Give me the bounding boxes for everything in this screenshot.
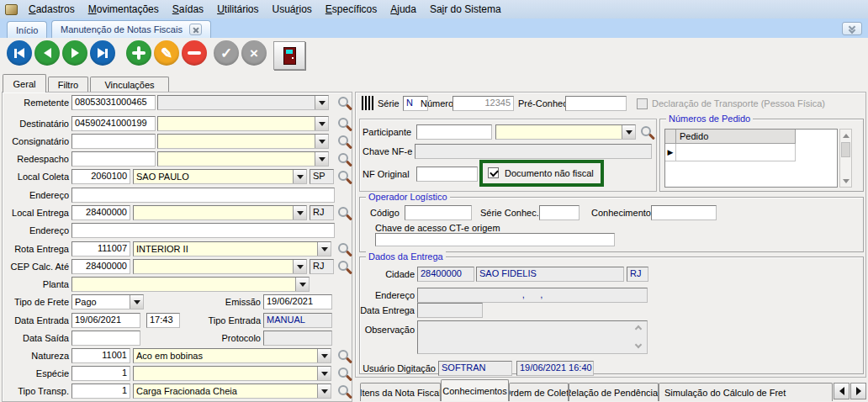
cancel-button[interactable]: × [241, 40, 267, 66]
delete-record-button[interactable] [182, 40, 207, 66]
nf-original-field[interactable] [416, 167, 478, 182]
pedidos-grid-header[interactable]: Pedido [676, 130, 796, 144]
consignatario-code-field[interactable] [71, 134, 156, 149]
dropdown-arrow-icon[interactable] [293, 260, 306, 273]
menu-utilitarios[interactable]: Utilitários [210, 3, 265, 16]
dropdown-arrow-icon[interactable] [293, 206, 306, 220]
tab-scroll-right-button[interactable] [850, 383, 866, 399]
dropdown-arrow-icon[interactable] [622, 125, 635, 139]
destinatario-combo[interactable] [157, 116, 329, 131]
local-entrega-code-field[interactable]: 28400000 [71, 205, 130, 220]
menu-saidas[interactable]: Saídas [166, 3, 210, 16]
exit-button[interactable] [273, 41, 305, 70]
menu-usuarios[interactable]: Usuários [265, 3, 318, 16]
edit-record-button[interactable]: ✎ [154, 40, 179, 66]
natureza-combo[interactable]: Aco em bobinas [133, 348, 331, 363]
scrollbar-thumb[interactable] [841, 142, 850, 157]
dropdown-arrow-icon[interactable] [317, 384, 331, 398]
search-icon[interactable] [338, 118, 348, 128]
scroll-down-icon[interactable] [840, 175, 851, 187]
menu-ajuda[interactable]: Ajuda [384, 3, 423, 16]
search-icon[interactable] [338, 97, 348, 107]
remetente-code-field[interactable]: 08053031000465 [71, 95, 156, 110]
search-icon[interactable] [338, 385, 348, 395]
tab-filtro[interactable]: Filtro [48, 77, 88, 92]
pedidos-scrollbar[interactable] [839, 129, 852, 188]
especie-combo[interactable] [133, 366, 331, 381]
search-icon[interactable] [338, 368, 348, 378]
dropdown-arrow-icon[interactable] [317, 242, 331, 256]
codigo-field[interactable] [405, 205, 472, 220]
menu-movimentacoes[interactable]: Movimentações [82, 3, 166, 16]
conhecimento-field[interactable] [651, 205, 717, 220]
numero-field[interactable]: 12345 [453, 96, 514, 111]
emissao-field[interactable]: 19/06/2021 [263, 294, 332, 309]
endereco-coleta-field[interactable] [71, 188, 335, 203]
tipo-transp-combo[interactable]: Carga Fracionada Cheia [133, 383, 331, 399]
remetente-combo[interactable] [157, 95, 329, 110]
tab-list-dropdown-button[interactable] [842, 22, 862, 35]
tab-ordem-coleta[interactable]: Ordem de Coleta [509, 383, 569, 401]
tab-manutencao-notas-fiscais[interactable]: Manutenção de Notas Fiscais [51, 20, 211, 38]
menu-especificos[interactable]: Específicos [319, 3, 384, 16]
documento-nao-fiscal-checkbox[interactable] [488, 167, 499, 178]
especie-code-field[interactable]: 1 [71, 366, 130, 381]
confirm-button[interactable]: ✓ [214, 40, 239, 66]
participante-code-field[interactable] [416, 124, 492, 140]
rota-entrega-combo[interactable]: INTERIOR II [133, 241, 331, 257]
rota-entrega-code-field[interactable]: 111007 [71, 241, 130, 257]
search-icon[interactable] [338, 243, 348, 253]
last-record-button[interactable] [90, 40, 115, 66]
data-saida-field[interactable] [71, 331, 140, 346]
dropdown-arrow-icon[interactable] [295, 278, 309, 291]
tipo-frete-combo[interactable]: Pago [71, 294, 144, 309]
close-tab-icon[interactable] [189, 24, 202, 35]
tab-relacao-pendencias[interactable]: Relação de Pendências [569, 383, 659, 401]
dropdown-arrow-icon[interactable] [317, 367, 331, 380]
participante-combo[interactable] [495, 124, 636, 140]
search-icon[interactable] [338, 261, 348, 271]
scroll-up-icon[interactable] [840, 130, 851, 141]
destinatario-code-field[interactable]: 04590241000199 [71, 116, 156, 131]
pre-conhec-field[interactable] [565, 96, 627, 111]
tipo-transp-code-field[interactable]: 1 [71, 383, 130, 399]
tab-conhecimentos[interactable]: Conhecimentos [441, 379, 509, 401]
tab-simulacao-calculo-frete[interactable]: Simulação do Cálculo de Fret [659, 383, 833, 401]
add-record-button[interactable] [126, 40, 151, 66]
search-icon[interactable] [641, 126, 651, 136]
previous-record-button[interactable] [34, 40, 60, 66]
serie-conhec-field[interactable] [539, 205, 580, 220]
search-icon[interactable] [338, 350, 348, 360]
tab-vinculacoes[interactable]: Vinculações [90, 77, 169, 92]
consignatario-combo[interactable] [157, 134, 329, 149]
dropdown-arrow-icon[interactable] [315, 152, 328, 166]
dropdown-arrow-icon[interactable] [315, 96, 328, 109]
dropdown-arrow-icon[interactable] [315, 135, 328, 148]
dropdown-arrow-icon[interactable] [317, 349, 331, 362]
dropdown-arrow-icon[interactable] [315, 117, 328, 130]
redespacho-code-field[interactable] [71, 151, 156, 167]
search-icon[interactable] [338, 135, 348, 145]
menu-sair-do-sistema[interactable]: Sair do Sistema [423, 3, 508, 16]
data-entrada-date-field[interactable]: 19/06/2021 [71, 313, 140, 328]
cep-calc-ate-combo[interactable] [133, 259, 307, 274]
tab-geral[interactable]: Geral [3, 74, 46, 93]
pedidos-grid[interactable]: Pedido ▶ [664, 129, 838, 188]
redespacho-combo[interactable] [157, 151, 329, 167]
chave-cte-field[interactable] [375, 233, 615, 246]
planta-combo[interactable] [71, 277, 310, 292]
local-coleta-code-field[interactable]: 2060100 [71, 169, 130, 184]
endereco-entrega-field[interactable] [71, 223, 335, 238]
local-coleta-combo[interactable]: SAO PAULO [133, 169, 307, 184]
search-icon[interactable] [338, 153, 348, 163]
local-entrega-combo[interactable] [133, 205, 307, 220]
search-icon[interactable] [338, 207, 348, 217]
tab-scroll-left-button[interactable] [834, 383, 849, 399]
tab-inicio[interactable]: Início [7, 21, 47, 38]
natureza-code-field[interactable]: 11001 [71, 348, 130, 363]
cep-calc-ate-code-field[interactable]: 28400000 [71, 259, 130, 274]
data-entrada-time-field[interactable]: 17:43 [146, 313, 180, 328]
declaracao-transporte-checkbox[interactable] [637, 98, 648, 109]
dropdown-arrow-icon[interactable] [130, 295, 143, 309]
search-icon[interactable] [338, 171, 348, 181]
